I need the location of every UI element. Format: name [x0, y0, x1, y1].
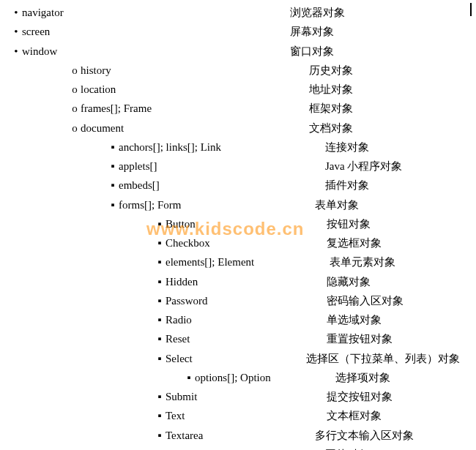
- row-left-label: Submit: [166, 387, 197, 406]
- tree-row: ▪Checkbox复选框对象: [10, 233, 470, 252]
- disc-bullet-icon: •: [10, 42, 22, 61]
- tree-row: ▪Submit提交按钮对象: [10, 387, 470, 406]
- row-left-label: Password: [166, 291, 208, 310]
- disc-bullet-icon: •: [10, 22, 22, 41]
- row-left-label: location: [81, 80, 116, 99]
- row-left-label: document: [81, 119, 124, 138]
- row-right-label: Java 小程序对象: [325, 157, 402, 176]
- tree-row: ▪Radio单选域对象: [10, 310, 470, 329]
- row-right-label: 浏览器对象: [290, 3, 345, 22]
- row-right-label: 屏幕对象: [290, 22, 334, 41]
- row-right-label: 重置按钮对象: [327, 329, 393, 348]
- tree-row: odocument文档对象: [10, 119, 470, 138]
- square-bullet-icon: ▪: [154, 233, 166, 252]
- row-left-label: frames[]; Frame: [81, 99, 152, 118]
- row-right-label: 多行文本输入区对象: [315, 426, 414, 445]
- row-left-label: navigator: [22, 3, 64, 22]
- tree-row: ▪Textarea多行文本输入区对象: [10, 426, 470, 445]
- tree-row: ▪forms[]; Form表单对象: [10, 195, 470, 214]
- row-left-label: Checkbox: [166, 233, 210, 252]
- row-right-label: 地址对象: [309, 80, 353, 99]
- tree-row: ▪Text文本框对象: [10, 406, 470, 425]
- row-right-label: 框架对象: [309, 99, 353, 118]
- tree-row: ▪elements[]; Element表单元素对象: [10, 252, 470, 271]
- tree-row: ▪options[]; Option选择项对象: [10, 368, 470, 387]
- square-bullet-icon: ▪: [107, 157, 119, 176]
- tree-row: ▪Select选择区（下拉菜单、列表）对象: [10, 349, 470, 368]
- circle-bullet-icon: o: [69, 80, 81, 99]
- row-right-label: 隐藏对象: [327, 272, 371, 291]
- row-right-label: 历史对象: [309, 61, 353, 80]
- row-left-label: embeds[]: [119, 176, 160, 195]
- row-left-label: Hidden: [166, 272, 198, 291]
- circle-bullet-icon: o: [69, 99, 81, 118]
- row-right-label: 表单对象: [315, 195, 359, 214]
- tree-row: ohistory历史对象: [10, 61, 470, 80]
- row-left-label: Reset: [166, 329, 190, 348]
- row-right-label: 表单元素对象: [330, 252, 395, 271]
- row-right-label: 选择项对象: [335, 368, 390, 387]
- row-right-label: 复选框对象: [327, 233, 382, 252]
- object-hierarchy-page: www.kidscode.cn •navigator浏览器对象•screen屏幕…: [0, 0, 476, 450]
- row-left-label: Textarea: [166, 426, 203, 445]
- row-right-label: 连接对象: [325, 138, 369, 157]
- row-right-label: 选择区（下拉菜单、列表）对象: [306, 349, 460, 368]
- tree-row: •navigator浏览器对象: [10, 3, 470, 22]
- tree-row: ▪applets[]Java 小程序对象: [10, 157, 470, 176]
- disc-bullet-icon: •: [10, 3, 22, 22]
- square-bullet-icon: ▪: [154, 252, 166, 271]
- square-bullet-icon: ▪: [154, 349, 166, 368]
- row-right-label: 文档对象: [309, 119, 353, 138]
- row-left-label: Button: [166, 214, 196, 233]
- row-right-label: 文本框对象: [327, 406, 382, 425]
- tree-row: ▪Button按钮对象: [10, 214, 470, 233]
- rows-container: •navigator浏览器对象•screen屏幕对象•window窗口对象ohi…: [10, 3, 470, 450]
- tree-row: ▪Reset重置按钮对象: [10, 329, 470, 348]
- row-left-label: forms[]; Form: [119, 195, 181, 214]
- square-bullet-icon: ▪: [107, 195, 119, 214]
- square-bullet-icon: ▪: [154, 310, 166, 329]
- row-right-label: 提交按钮对象: [327, 387, 393, 406]
- square-bullet-icon: ▪: [107, 176, 119, 195]
- row-left-label: history: [81, 61, 111, 80]
- square-bullet-icon: ▪: [154, 291, 166, 310]
- row-left-label: images[]; Image: [119, 445, 190, 450]
- square-bullet-icon: ▪: [107, 445, 119, 450]
- row-left-label: Select: [166, 349, 193, 368]
- row-left-label: screen: [22, 22, 50, 41]
- row-right-label: 图片对象: [325, 445, 369, 450]
- square-bullet-icon: ▪: [183, 368, 195, 387]
- square-bullet-icon: ▪: [107, 138, 119, 157]
- row-right-label: 插件对象: [325, 176, 369, 195]
- square-bullet-icon: ▪: [154, 406, 166, 425]
- row-right-label: 按钮对象: [327, 214, 371, 233]
- row-right-label: 单选域对象: [327, 310, 382, 329]
- row-right-label: 密码输入区对象: [327, 291, 404, 310]
- tree-row: ▪Password密码输入区对象: [10, 291, 470, 310]
- row-left-label: anchors[]; links[]; Link: [119, 138, 221, 157]
- tree-row: ▪embeds[]插件对象: [10, 176, 470, 195]
- row-left-label: options[]; Option: [195, 368, 271, 387]
- row-left-label: window: [22, 42, 57, 61]
- tree-row: oframes[]; Frame框架对象: [10, 99, 470, 118]
- square-bullet-icon: ▪: [154, 387, 166, 406]
- row-left-label: applets[]: [119, 157, 157, 176]
- circle-bullet-icon: o: [69, 61, 81, 80]
- tree-row: •screen屏幕对象: [10, 22, 470, 41]
- row-left-label: elements[]; Element: [166, 252, 254, 271]
- row-right-label: 窗口对象: [290, 42, 334, 61]
- tree-row: olocation地址对象: [10, 80, 470, 99]
- square-bullet-icon: ▪: [154, 329, 166, 348]
- row-left-label: Text: [166, 406, 185, 425]
- circle-bullet-icon: o: [69, 119, 81, 138]
- tree-row: ▪anchors[]; links[]; Link连接对象: [10, 138, 470, 157]
- tree-row: •window窗口对象: [10, 42, 470, 61]
- square-bullet-icon: ▪: [154, 214, 166, 233]
- square-bullet-icon: ▪: [154, 272, 166, 291]
- page-edge-mark: [470, 3, 472, 16]
- square-bullet-icon: ▪: [154, 426, 166, 445]
- tree-row: ▪Hidden隐藏对象: [10, 272, 470, 291]
- tree-row: ▪images[]; Image图片对象: [10, 445, 470, 450]
- row-left-label: Radio: [166, 310, 192, 329]
